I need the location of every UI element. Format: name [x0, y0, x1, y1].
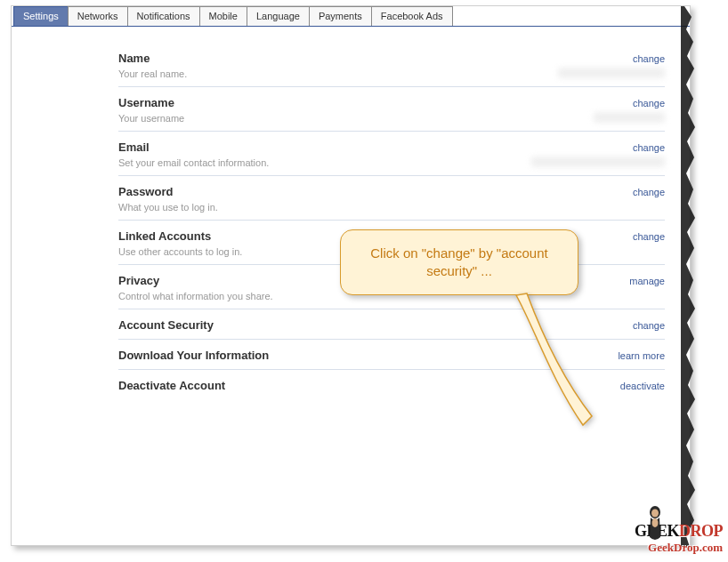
annotation-callout: Click on "change" by "account security" …: [340, 229, 578, 295]
row-title: Password: [118, 185, 173, 198]
learn-more-link-download[interactable]: learn more: [618, 350, 665, 361]
tab-mobile[interactable]: Mobile: [199, 6, 247, 26]
change-link-username[interactable]: change: [633, 98, 665, 108]
row-name: Name change Your real name.: [118, 43, 665, 87]
deactivate-link[interactable]: deactivate: [620, 381, 665, 391]
tab-settings[interactable]: Settings: [13, 6, 69, 26]
row-title: Username: [118, 96, 174, 109]
tabs-bar: Settings Networks Notifications Mobile L…: [12, 6, 690, 27]
row-download-info: Download Your Information learn more: [118, 340, 665, 370]
change-link-email[interactable]: change: [633, 142, 665, 153]
row-title: Download Your Information: [118, 349, 269, 362]
tab-facebook-ads[interactable]: Facebook Ads: [371, 6, 453, 26]
row-title: Email: [118, 140, 150, 154]
row-password: Password change What you use to log in.: [118, 176, 665, 221]
row-account-security: Account Security change: [118, 309, 665, 340]
blurred-value: [558, 68, 665, 78]
manage-link-privacy[interactable]: manage: [629, 276, 665, 286]
row-deactivate: Deactivate Account deactivate: [118, 370, 665, 399]
annotation-text: Click on "change" by "account security" …: [357, 245, 562, 281]
row-title: Privacy: [118, 274, 159, 287]
row-email: Email change Set your email contact info…: [118, 132, 665, 176]
row-desc: What you use to log in.: [118, 202, 665, 213]
row-desc: Your username: [118, 113, 665, 124]
tab-notifications[interactable]: Notifications: [127, 6, 200, 26]
row-title: Linked Accounts: [118, 229, 211, 243]
settings-content: Name change Your real name. Username cha…: [12, 27, 690, 408]
row-title: Account Security: [118, 318, 214, 332]
change-link-account-security[interactable]: change: [633, 320, 665, 331]
tab-payments[interactable]: Payments: [309, 6, 372, 26]
tab-networks[interactable]: Networks: [68, 6, 128, 26]
row-title: Deactivate Account: [118, 379, 225, 392]
change-link-name[interactable]: change: [633, 53, 665, 64]
change-link-password[interactable]: change: [633, 187, 665, 197]
blurred-value: [594, 112, 665, 123]
tab-language[interactable]: Language: [247, 6, 310, 26]
row-title: Name: [118, 52, 150, 65]
blurred-value: [531, 157, 665, 167]
row-username: Username change Your username: [118, 87, 665, 132]
change-link-linked-accounts[interactable]: change: [633, 231, 665, 242]
